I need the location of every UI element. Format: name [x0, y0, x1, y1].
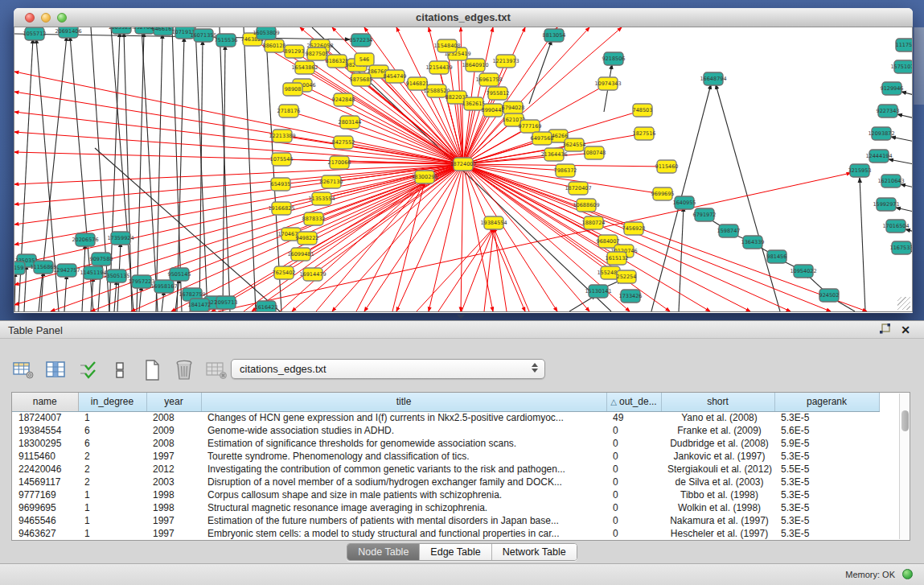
graph-node[interactable]: 8572234 — [350, 34, 373, 47]
graph-node[interactable]: 1827516 — [633, 127, 656, 140]
panel-splitter-handle[interactable] — [457, 315, 465, 319]
graph-node[interactable]: 17359924 — [107, 232, 133, 245]
row-height-button[interactable] — [108, 358, 132, 382]
table-row[interactable]: 1830029562008Estimation of significance … — [12, 437, 879, 450]
graph-node[interactable]: 12213973 — [492, 55, 519, 68]
graph-node[interactable]: 1616423 — [255, 301, 278, 312]
graph-node[interactable]: 16053809 — [253, 27, 279, 39]
graph-node[interactable]: 98908 — [283, 83, 302, 96]
graph-node[interactable]: 1733426 — [619, 290, 643, 303]
graph-node[interactable]: 18720407 — [565, 182, 591, 195]
graph-node[interactable]: 7986372 — [554, 164, 577, 177]
graph-node[interactable]: 12154439 — [425, 61, 452, 74]
graph-node[interactable]: 654935 — [271, 178, 291, 191]
table-row[interactable]: 1938455462009Genome-wide association stu… — [12, 424, 879, 437]
graph-node[interactable]: 15751074 — [890, 60, 913, 73]
graph-node[interactable]: 10974343 — [594, 77, 621, 90]
graph-node[interactable]: 16961758 — [475, 73, 502, 86]
graph-node[interactable]: 8454749 — [384, 70, 407, 83]
graph-node[interactable]: 1167533 — [890, 241, 913, 254]
graph-node[interactable]: 1075544 — [270, 153, 294, 166]
network-window[interactable]: citations_edges.txt 18724007183002951938… — [14, 8, 913, 313]
table-row[interactable]: 946554611997Estimation of the future num… — [12, 514, 879, 527]
graph-node[interactable]: 18724007 — [450, 158, 476, 171]
table-row[interactable]: 977716911998Corpus callosum shape and si… — [12, 488, 879, 501]
graph-node[interactable]: 6497568 — [531, 132, 554, 145]
graph-node[interactable]: 9227343 — [877, 105, 900, 117]
graph-node[interactable]: 17016504 — [882, 220, 909, 233]
select-column-button[interactable] — [43, 358, 68, 382]
graph-node[interactable]: 10954022 — [790, 265, 816, 278]
table-row[interactable]: 1456911722003Disruption of a novel membe… — [12, 476, 879, 488]
graph-node[interactable]: 8267130 — [320, 175, 343, 188]
graph-node[interactable]: 11548408 — [433, 39, 460, 52]
graph-node[interactable]: 15130141 — [585, 285, 611, 298]
graph-node[interactable]: 16055257 — [108, 27, 134, 34]
graph-node[interactable]: 1080748 — [583, 146, 606, 159]
graph-node[interactable]: 16071355 — [190, 29, 216, 42]
graph-node[interactable]: 5875685 — [350, 73, 373, 86]
tab-network-table[interactable]: Network Table — [492, 544, 577, 560]
graph-node[interactable]: 7955812 — [487, 87, 510, 100]
graph-node[interactable]: 8813054 — [543, 29, 566, 42]
graph-node[interactable]: 6791972 — [693, 208, 717, 221]
graph-node[interactable]: 8878332 — [302, 212, 326, 225]
graph-node[interactable]: 16210643 — [877, 175, 904, 187]
graph-node[interactable]: 20691406 — [55, 27, 81, 38]
graph-node[interactable]: 15992971 — [873, 198, 899, 211]
graph-node[interactable]: 9115460 — [655, 160, 679, 173]
graph-node[interactable]: 8860128 — [263, 39, 286, 52]
table-row[interactable]: 2242004622012Investigating the contribut… — [12, 463, 879, 476]
graph-node[interactable]: 7625402 — [273, 266, 296, 279]
table-row[interactable]: 911546021997Tourette syndrome. Phenomeno… — [12, 450, 879, 463]
graph-node[interactable]: 9498222 — [296, 232, 319, 245]
graph-node[interactable]: 19166825 — [268, 202, 294, 215]
window-resize-grip[interactable] — [897, 297, 910, 310]
graph-node[interactable]: 3215953 — [848, 164, 872, 177]
new-file-button[interactable] — [140, 358, 164, 382]
close-panel-icon[interactable]: ✕ — [898, 323, 913, 336]
graph-node[interactable]: 9129946 — [881, 82, 904, 95]
select-all-checkmarks-button[interactable] — [76, 358, 100, 382]
graph-node[interactable]: 252254 — [617, 270, 637, 283]
graph-node[interactable]: 924502 — [819, 289, 840, 302]
graph-node[interactable]: 12444194 — [865, 150, 892, 163]
graph-node[interactable]: 39159 — [14, 262, 25, 274]
delete-trash-button[interactable] — [172, 358, 196, 382]
graph-node[interactable]: 1364339 — [741, 236, 765, 249]
graph-node[interactable]: 2095713 — [215, 296, 238, 309]
column-header-short[interactable]: short — [661, 393, 774, 411]
graph-node[interactable]: 18300295 — [411, 171, 437, 183]
column-header-outde[interactable]: △out_de... — [606, 393, 661, 411]
graph-node[interactable]: 9777169 — [519, 120, 542, 133]
column-header-title[interactable]: title — [201, 393, 606, 411]
graph-node[interactable]: 7515536 — [215, 34, 238, 47]
graph-node[interactable]: 16958167 — [150, 280, 177, 293]
graph-node[interactable]: 748503 — [633, 104, 653, 117]
graph-node[interactable]: 1841472 — [188, 299, 211, 311]
graph-node[interactable]: 1055712 — [23, 27, 47, 40]
graph-node[interactable]: 111753 — [896, 39, 913, 51]
graph-node[interactable]: 9218506 — [602, 52, 626, 65]
network-window-titlebar[interactable]: citations_edges.txt — [14, 8, 913, 27]
graph-node[interactable]: 20206576 — [72, 233, 98, 246]
network-canvas[interactable]: 1872400718300295193845547463822886012889… — [14, 27, 913, 312]
graph-node[interactable]: 981456 — [767, 250, 787, 263]
tab-node-table[interactable]: Node Table — [347, 544, 420, 560]
network-svg[interactable]: 1872400718300295193845547463822886012889… — [14, 27, 913, 312]
graph-node[interactable]: 891293 — [285, 45, 305, 58]
graph-node[interactable]: 9699695 — [651, 187, 675, 200]
graph-node[interactable]: 2718176 — [277, 105, 301, 117]
graph-node[interactable]: 546 — [355, 53, 374, 66]
graph-node[interactable]: 12093872 — [868, 127, 894, 140]
graph-node[interactable]: 18640910 — [462, 59, 488, 72]
graph-node[interactable]: 9505145 — [168, 268, 191, 281]
column-header-year[interactable]: year — [146, 393, 201, 411]
graph-node[interactable]: 6794028 — [502, 101, 525, 114]
graph-node[interactable]: 16099481 — [287, 248, 314, 261]
graph-node[interactable]: 12942757 — [53, 264, 80, 277]
table-select-dropdown[interactable]: citations_edges.txt — [231, 359, 545, 379]
graph-node[interactable]: 16914479 — [299, 268, 326, 281]
graph-node[interactable]: 1598747 — [717, 225, 741, 237]
graph-node[interactable]: 1640955 — [673, 196, 696, 209]
